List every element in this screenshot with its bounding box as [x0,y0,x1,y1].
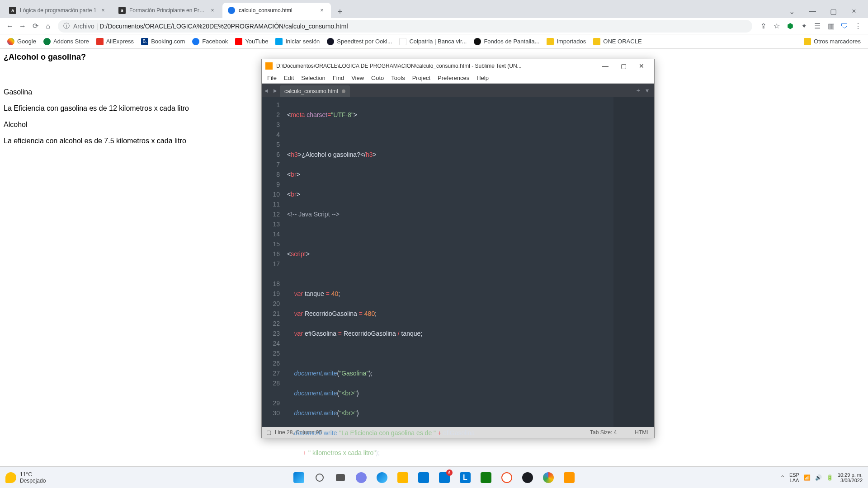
status-syntax[interactable]: HTML [635,429,650,436]
facebook-icon [192,38,199,45]
search-button[interactable] [311,469,329,487]
minimize-icon[interactable]: — [802,5,823,18]
address-bar[interactable]: ⓘ Archivo | D:/Documentos/ORACLE/LOGICA%… [58,20,752,33]
bookmarks-overflow[interactable]: Otros marcadores [800,36,864,47]
l-icon: L [460,472,471,483]
browser-tab-active[interactable]: calculo_consumo.html × [222,3,331,18]
taskbar-app[interactable] [373,469,391,487]
bookmark-booking[interactable]: B.Booking.com [137,36,189,47]
menu-find[interactable]: Find [329,74,348,82]
aliexpress-icon [96,38,104,45]
sublime-titlebar[interactable]: D:\Documentos\ORACLE\LOGICA DE PROGRAMAC… [262,59,654,73]
language-indicator[interactable]: ESP LAA [789,472,799,483]
window-dropdown-icon[interactable]: ⌄ [781,5,802,18]
info-icon: ⓘ [63,22,70,30]
bookmark-colpatria[interactable]: Colpatria | Banca vir... [396,36,470,47]
close-icon[interactable]: × [99,7,107,14]
editor-tab-label: calculo_consumo.html [284,88,338,94]
tab-next-icon[interactable]: ▶ [271,88,280,93]
system-tray: ⌃ ESP LAA 📶 🔊 🔋 10:29 p. m. 3/08/2022 [780,472,863,483]
menu-file[interactable]: File [264,74,280,82]
code-area[interactable]: <meta charset="UTF-8"> <h3>¿Alcohol o ga… [284,97,613,427]
browser-tab[interactable]: a Formación Principiante en Progra × [113,3,222,18]
taskbar-app[interactable] [415,469,433,487]
tab-dropdown-icon[interactable]: ▾ [643,87,651,94]
bookmark-importados[interactable]: Importados [543,36,590,47]
home-button[interactable]: ⌂ [42,20,54,33]
close-icon[interactable]: × [318,7,326,14]
favicon: a [9,7,16,14]
menu-edit[interactable]: Edit [280,74,297,82]
volume-icon[interactable]: 🔊 [815,474,822,481]
taskbar-app[interactable] [498,469,516,487]
menu-selection[interactable]: Selection [297,74,329,82]
reading-list-icon[interactable]: ☰ [811,20,824,33]
browser-toolbar: ← → ⟳ ⌂ ⓘ Archivo | D:/Documentos/ORACLE… [0,18,868,34]
bookmark-one-oracle[interactable]: ONE ORACLE [590,36,645,47]
taskbar-app[interactable]: 6 [435,469,453,487]
tray-expand-icon[interactable]: ⌃ [780,474,785,481]
window-close-icon[interactable]: × [844,5,864,18]
star-icon[interactable]: ☆ [770,20,783,33]
explorer-icon [397,472,408,483]
back-button[interactable]: ← [4,20,16,33]
bookmark-addons[interactable]: Addons Store [40,36,93,47]
menu-project[interactable]: Project [409,74,434,82]
menu-preferences[interactable]: Preferences [434,74,473,82]
line-gutter: 1234567891011121314151617181920212223242… [262,97,284,427]
minimap[interactable] [613,97,654,427]
security-icon[interactable]: 🛡 [838,20,851,33]
sidepanel-icon[interactable]: ▥ [825,20,837,33]
weather-widget[interactable]: 11°C Despejado [5,471,46,484]
addons-icon [43,38,51,45]
bookmark-facebook[interactable]: Facebook [189,36,231,47]
globe-icon [228,7,235,14]
close-icon[interactable]: × [209,7,216,14]
bookmark-youtube[interactable]: YouTube [231,36,272,47]
bookmark-fondos[interactable]: Fondos de Pantalla... [470,36,543,47]
start-button[interactable] [290,469,308,487]
address-path: D:/Documentos/ORACLE/LOGICA%20DE%20PROGR… [99,23,348,30]
maximize-icon[interactable]: ▢ [823,5,844,18]
tab-title: Lógica de programación parte 1 [20,7,97,14]
taskbar-app[interactable] [477,469,495,487]
shield-icon[interactable]: ⬢ [784,20,797,33]
new-tab-button[interactable]: + [334,5,346,18]
taskbar-app[interactable] [394,469,412,487]
panel-switcher-icon[interactable]: ▢ [266,429,271,436]
forward-button[interactable]: → [16,20,29,33]
wifi-icon[interactable]: 📶 [804,474,811,481]
menu-view[interactable]: View [348,74,368,82]
sublime-icon [265,62,273,70]
task-view-button[interactable] [331,469,349,487]
minimize-icon[interactable]: — [596,62,614,70]
new-tab-icon[interactable]: + [634,87,643,94]
sublime-tabbar: ◀ ▶ calculo_consumo.html + ▾ [262,84,654,97]
menu-goto[interactable]: Goto [368,74,387,82]
editor-tab[interactable]: calculo_consumo.html [280,85,350,97]
battery-icon[interactable]: 🔋 [826,474,833,481]
bookmark-speedtest[interactable]: Speedtest por Ookl... [323,36,396,47]
taskbar-app[interactable]: L [456,469,474,487]
tab-prev-icon[interactable]: ◀ [262,88,271,93]
taskbar-app[interactable] [352,469,370,487]
bookmark-aliexpress[interactable]: AliExpress [93,36,137,47]
teams-icon [356,472,367,483]
menu-tools[interactable]: Tools [387,74,408,82]
close-icon[interactable]: ✕ [632,62,651,70]
taskbar-app[interactable] [519,469,537,487]
menu-icon[interactable]: ⋮ [852,20,864,33]
bookmark-iniciar-sesion[interactable]: Iniciar sesión [272,36,323,47]
taskbar-app[interactable] [539,469,557,487]
colpatria-icon [399,38,406,45]
bookmark-google[interactable]: Google [4,36,40,47]
extensions-icon[interactable]: ✦ [797,20,810,33]
taskbar-app[interactable] [560,469,578,487]
reload-button[interactable]: ⟳ [29,20,42,33]
menu-help[interactable]: Help [473,74,492,82]
browser-tab[interactable]: a Lógica de programación parte 1 × [4,3,112,18]
maximize-icon[interactable]: ▢ [614,62,632,70]
share-icon[interactable]: ⇪ [757,20,769,33]
clock[interactable]: 10:29 p. m. 3/08/2022 [838,472,863,483]
moon-icon [5,472,16,483]
